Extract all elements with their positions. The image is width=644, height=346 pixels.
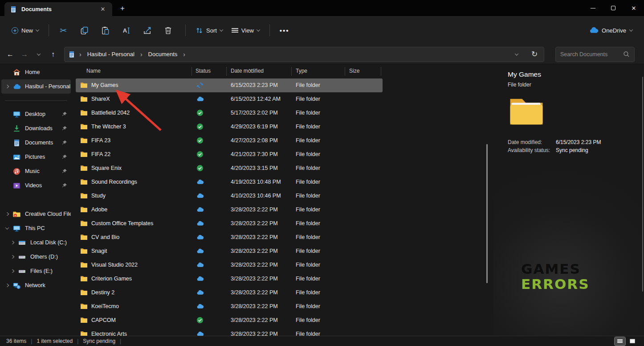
up-button[interactable]: ↑ [46,48,60,61]
list-scrollbar[interactable] [486,144,488,283]
sidebar-item-local-disk-c[interactable]: Local Disk (C:) [1,235,71,250]
sidebar-item-this-pc[interactable]: This PC [1,221,71,235]
sidebar-item-network[interactable]: Network [1,278,71,292]
expand-chevron-icon[interactable] [7,255,18,258]
file-row[interactable]: FIFA 22 4/21/2023 7:30 PM File folder [76,148,383,161]
new-tab-button[interactable]: + [117,3,128,14]
file-type: File folder [296,262,320,268]
file-row[interactable]: ShareX 6/15/2023 12:42 AM File folder [76,92,383,106]
expand-chevron-icon[interactable] [1,141,13,144]
column-header-size[interactable]: Size [349,68,359,74]
expand-chevron-icon[interactable] [1,213,13,215]
file-row[interactable]: KoeiTecmo 3/28/2023 2:22 PM File folder [76,300,383,313]
expand-chevron-icon[interactable] [1,184,13,187]
search-box[interactable] [555,47,635,62]
file-type: File folder [296,248,320,254]
column-header-type[interactable]: Type [296,68,307,74]
breadcrumb-item[interactable]: Hasibul - Personal [86,49,136,59]
title-bar: Documents ✕ + ✕ [0,0,644,16]
sort-button[interactable]: Sort [191,24,227,37]
sidebar-item-others-d[interactable]: Others (D:) [1,250,71,264]
sidebar-item-creative-cloud-files[interactable]: Creative Cloud Files [1,207,71,221]
column-divider[interactable] [226,67,227,76]
column-header-name[interactable]: Name [86,68,101,74]
expand-chevron-icon[interactable] [7,270,18,272]
folder-icon [80,206,88,213]
search-icon [623,51,630,58]
file-row[interactable]: Battlefield 2042 5/17/2023 2:02 PM File … [76,106,383,120]
see-more-button[interactable]: ••• [275,24,294,37]
sidebar-item-videos[interactable]: Videos [1,178,71,193]
delete-button[interactable] [159,22,177,39]
close-button[interactable]: ✕ [624,0,644,16]
recent-locations-button[interactable] [32,48,45,61]
sidebar-item-documents[interactable]: Documents [1,136,71,150]
new-button[interactable]: + New [7,24,43,37]
column-divider[interactable] [381,67,381,76]
back-button[interactable]: ← [4,48,17,61]
file-row[interactable]: Square Enix 4/20/2023 3:15 PM File folde… [76,161,383,175]
sidebar-item-desktop[interactable]: Desktop [1,107,71,121]
sidebar-item-hasibul-personal[interactable]: Hasibul - Personal [1,79,71,94]
file-row[interactable]: Adobe 3/28/2023 2:22 PM File folder [76,203,383,217]
cut-button[interactable]: ✂ [54,22,72,39]
file-row[interactable]: My Games 6/15/2023 2:23 PM File folder [76,78,383,92]
file-row[interactable]: FIFA 23 4/27/2023 2:08 PM File folder [76,134,383,148]
statusbar-text: Sync pending [83,338,115,344]
maximize-button[interactable] [603,0,624,16]
file-row[interactable]: CAPCOM 3/28/2023 2:22 PM File folder [76,313,383,327]
file-date-modified: 3/28/2023 2:22 PM [231,303,278,309]
expand-chevron-icon[interactable] [1,113,13,115]
file-row[interactable]: Custom Office Templates 3/28/2023 2:22 P… [76,217,383,231]
expand-chevron-icon[interactable] [1,127,13,130]
expand-chevron-icon[interactable] [1,85,13,88]
expand-chevron-icon[interactable] [1,227,13,230]
onedrive-menu-button[interactable]: OneDrive [586,23,636,37]
address-dropdown-button[interactable] [511,49,522,60]
large-icons-view-toggle[interactable] [627,337,638,346]
sidebar-item-music[interactable]: Music [1,164,71,178]
sidebar-item-pictures[interactable]: Pictures [1,150,71,164]
file-row[interactable]: CV and Bio 3/28/2023 2:22 PM File folder [76,231,383,244]
file-row[interactable]: Sound Recordings 4/19/2023 10:48 PM File… [76,175,383,189]
share-button[interactable] [138,22,156,39]
forward-button[interactable]: → [18,48,31,61]
file-row[interactable]: Criterion Games 3/28/2023 2:22 PM File f… [76,272,383,286]
sidebar-item-home[interactable]: Home [1,65,71,79]
refresh-button[interactable]: ↻ [529,49,540,60]
breadcrumb-item[interactable]: Documents [147,49,179,59]
folder-icon [80,317,88,323]
sidebar-item-files-e[interactable]: Files (E:) [1,264,71,278]
breadcrumb-bar[interactable]: › Hasibul - Personal›Documents› ↻ [64,47,544,62]
rename-button[interactable] [117,22,135,39]
expand-chevron-icon[interactable] [7,241,18,244]
expand-chevron-icon[interactable] [1,156,13,158]
diskplain-icon [18,268,26,275]
file-row[interactable]: Destiny 2 3/28/2023 2:22 PM File folder [76,286,383,300]
copy-button[interactable] [75,22,93,39]
expand-chevron-icon[interactable] [1,284,13,287]
explorer-tab[interactable]: Documents ✕ [4,2,112,16]
expand-chevron-icon[interactable] [1,170,13,173]
sidebar-item-downloads[interactable]: Downloads [1,121,71,136]
search-input[interactable] [560,51,623,58]
expand-chevron-icon[interactable] [1,71,13,74]
column-divider[interactable] [192,67,192,76]
details-view-toggle[interactable] [615,337,625,346]
file-row[interactable]: Snagit 3/28/2023 2:22 PM File folder [76,244,383,258]
file-row[interactable]: Study 4/10/2023 10:46 PM File folder [76,189,383,203]
file-row[interactable]: Electronic Arts 3/28/2023 2:22 PM File f… [76,327,383,336]
column-divider[interactable] [345,67,345,76]
file-row[interactable]: Visual Studio 2022 3/28/2023 2:22 PM Fil… [76,258,383,272]
file-name: Destiny 2 [91,289,114,296]
file-row[interactable]: The Witcher 3 4/29/2023 6:19 PM File fol… [76,120,383,134]
tab-close-icon[interactable]: ✕ [98,4,108,14]
minimize-button[interactable] [583,0,603,16]
details-scrollbar[interactable] [642,77,643,292]
column-header-date-modified[interactable]: Date modified [231,68,264,74]
column-header-status[interactable]: Status [196,68,211,74]
view-button[interactable]: View [227,24,264,37]
column-divider[interactable] [291,67,292,76]
paste-button[interactable] [96,22,114,39]
file-date-modified: 4/29/2023 6:19 PM [231,124,278,130]
